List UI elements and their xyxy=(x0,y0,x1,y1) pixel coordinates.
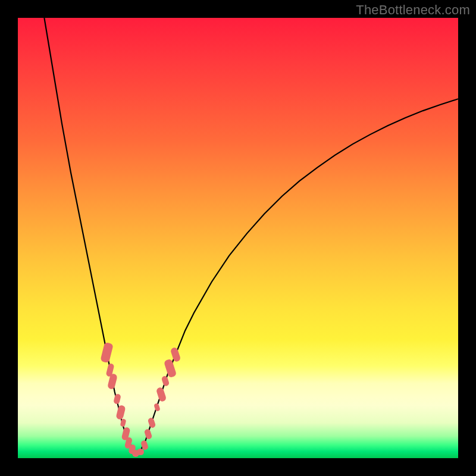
curve-left-branch xyxy=(44,18,137,454)
chart-frame: TheBottleneck.com xyxy=(0,0,476,476)
plot-area xyxy=(18,18,458,458)
data-point xyxy=(137,449,144,456)
curve-layer xyxy=(18,18,458,458)
watermark-text: TheBottleneck.com xyxy=(356,2,470,18)
curve-right-branch xyxy=(137,99,459,453)
